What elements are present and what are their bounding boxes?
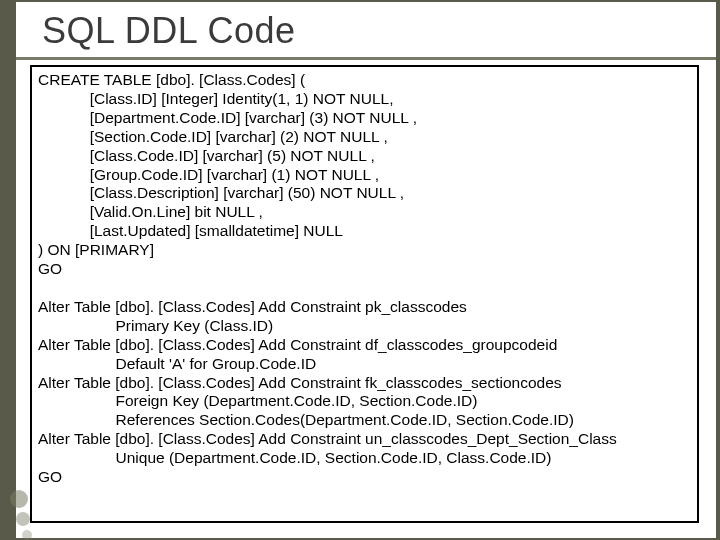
title-rule bbox=[16, 57, 716, 60]
code-box: CREATE TABLE [dbo]. [Class.Codes] ( [Cla… bbox=[30, 65, 699, 523]
slide-title: SQL DDL Code bbox=[42, 10, 716, 52]
code-block-2: Alter Table [dbo]. [Class.Codes] Add Con… bbox=[38, 298, 617, 485]
slide-header: SQL DDL Code bbox=[16, 2, 716, 58]
slide: SQL DDL Code CREATE TABLE [dbo]. [Class.… bbox=[16, 2, 716, 538]
code-block-1: CREATE TABLE [dbo]. [Class.Codes] ( [Cla… bbox=[38, 71, 417, 277]
